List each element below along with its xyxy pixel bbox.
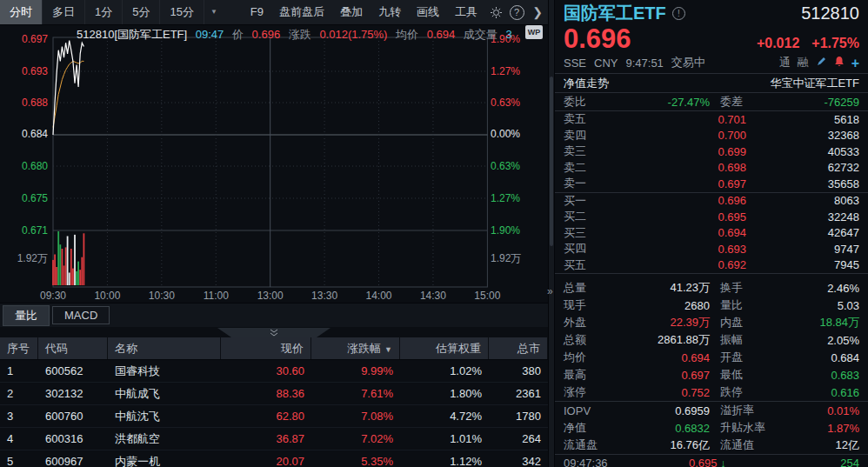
sort-desc-icon[interactable]: ▼: [384, 345, 392, 354]
column-header[interactable]: 估算权重: [400, 337, 489, 359]
scrollbar-thumb[interactable]: [550, 77, 553, 246]
level-label: 买五: [564, 257, 607, 273]
ask-row[interactable]: 卖一0.69735658: [555, 176, 868, 192]
chart-symbol: 512810[国防军工ETF]: [77, 28, 187, 41]
table-row[interactable]: 5600967内蒙一机20.075.35%1.12%342: [0, 450, 548, 467]
stat-label: 内盘: [710, 315, 791, 330]
y-axis-label: 0.684: [0, 128, 48, 140]
fund-full-name: 华宝中证军工ETF: [770, 76, 859, 91]
tick-row: 09:47:36 0.695 ↓ 254: [555, 454, 868, 467]
stat-row: 总量41.23万换手2.46%: [555, 279, 868, 297]
toolbar-buttons: F9盘前盘后叠加九转画线工具: [243, 0, 485, 24]
settings-gear-icon[interactable]: [485, 0, 506, 24]
toolbar-button[interactable]: 工具: [447, 0, 485, 24]
intraday-chart[interactable]: 512810[国防军工ETF] 09:47 价 0.696 涨跌 0.012(1…: [0, 24, 548, 303]
cell-weight: 1.80%: [400, 387, 489, 400]
collapse-handle[interactable]: [217, 328, 331, 337]
bid-row[interactable]: 买三0.69442647: [555, 225, 868, 242]
column-header[interactable]: 序号: [0, 337, 38, 359]
table-row[interactable]: 2302132中航成飞88.367.61%1.80%2361: [0, 383, 548, 405]
tick-volume: 254: [807, 457, 859, 467]
panel-splitter[interactable]: »: [548, 0, 555, 467]
price-value: 0.696: [252, 28, 281, 41]
plus-icon[interactable]: +: [851, 57, 859, 69]
chevron-right-icon[interactable]: ❯: [527, 0, 548, 24]
bid-row[interactable]: 买四0.6939747: [555, 241, 868, 257]
level-volume: 9747: [746, 243, 859, 256]
etf-stat-row: 净值0.6832升贴水率1.87%: [555, 419, 868, 437]
pencil-icon[interactable]: [816, 56, 827, 70]
ask-row[interactable]: 卖三0.69940533: [555, 143, 868, 160]
cell-price: 30.60: [221, 364, 311, 377]
stat-label: IOPV: [564, 404, 614, 417]
period-tab[interactable]: 5分: [123, 0, 160, 24]
wp-widget-badge[interactable]: WP: [525, 25, 543, 39]
y-axis-label: 0.693: [0, 65, 48, 77]
stat-value: 41.23万: [614, 280, 710, 296]
chart-canvas[interactable]: [0, 24, 548, 303]
y-axis-label: 0.680: [0, 160, 48, 172]
indicator-tab[interactable]: 量比: [3, 305, 50, 326]
etf-stats: IOPV0.6959溢折率0.01%净值0.6832升贴水率1.87%流通盘16…: [555, 402, 868, 454]
stat-value: 0.694: [614, 351, 710, 364]
etf-stat-row: IOPV0.6959溢折率0.01%: [555, 402, 868, 419]
stat-label: 溢折率: [710, 403, 791, 418]
stat-label: 最低: [710, 367, 791, 383]
change-pct: +1.75%: [811, 36, 859, 50]
stat-value: 22.39万: [614, 315, 710, 330]
currency-label: CNY: [594, 57, 618, 70]
stat-row: 涨停0.752跌停0.616: [555, 384, 868, 401]
toolbar-button[interactable]: 画线: [409, 0, 447, 24]
cell-name: 洪都航空: [108, 431, 221, 447]
pct-axis-label: 0.63%: [491, 97, 546, 109]
level-price: 0.694: [607, 226, 746, 239]
tick-price-value: 0.695: [689, 457, 718, 467]
nav-trend-row[interactable]: 净值走势 华宝中证军工ETF: [555, 73, 868, 93]
help-icon[interactable]: ?: [506, 0, 527, 24]
ask-row[interactable]: 卖二0.69862732: [555, 160, 868, 177]
pct-axis-label: 0.63%: [491, 160, 546, 172]
column-header[interactable]: 总市: [489, 337, 548, 359]
level-price: 0.701: [607, 113, 746, 126]
period-tab[interactable]: 15分: [160, 0, 204, 24]
stat-label: 总额: [564, 332, 614, 348]
column-header[interactable]: 代码: [38, 337, 108, 359]
column-header[interactable]: 现价: [221, 337, 311, 359]
bid-row[interactable]: 买二0.69532248: [555, 209, 868, 225]
column-header[interactable]: 名称: [108, 337, 221, 359]
toolbar-button[interactable]: 九转: [371, 0, 409, 24]
cell-weight: 1.02%: [400, 364, 489, 377]
cell-name: 内蒙一机: [108, 454, 221, 467]
column-header[interactable]: 涨跌幅▼: [311, 337, 400, 359]
table-row[interactable]: 4600316洪都航空36.877.02%1.01%264: [0, 428, 548, 450]
stat-value: 2.46%: [791, 282, 859, 295]
cell-code: 600760: [38, 410, 108, 423]
stat-label: 外盘: [564, 315, 614, 330]
bell-icon[interactable]: [834, 56, 845, 70]
ask-row[interactable]: 卖四0.70032368: [555, 128, 868, 144]
toolbar-button[interactable]: F9: [243, 0, 271, 24]
toolbar-button[interactable]: 盘前盘后: [271, 0, 332, 24]
arrow-down-icon: ↓: [720, 457, 726, 467]
period-tab[interactable]: 多日: [43, 0, 85, 24]
stat-value: 1.87%: [791, 422, 859, 435]
cell-price: 20.07: [221, 455, 311, 467]
bid-row[interactable]: 买五0.6927945: [555, 257, 868, 274]
period-tab[interactable]: 1分: [85, 0, 123, 24]
period-tab[interactable]: 分时: [0, 0, 43, 24]
stat-label: 跌停: [710, 384, 791, 400]
table-row[interactable]: 3600760中航沈飞62.807.08%4.72%1780: [0, 405, 548, 428]
chart-header: 512810[国防军工ETF] 09:47 价 0.696 涨跌 0.012(1…: [77, 27, 517, 43]
cell-weight: 4.72%: [400, 410, 489, 423]
indicator-tab[interactable]: MACD: [52, 306, 110, 324]
info-icon[interactable]: !: [672, 7, 685, 20]
table-row[interactable]: 1600562国睿科技30.609.99%1.02%380: [0, 360, 548, 383]
ask-row[interactable]: 卖五0.7015618: [555, 111, 868, 128]
bid-row[interactable]: 买一0.6968063: [555, 193, 868, 210]
level-volume: 35658: [746, 177, 859, 190]
toolbar-button[interactable]: 叠加: [332, 0, 371, 24]
period-dropdown-caret-icon[interactable]: ▼: [204, 0, 224, 24]
cell-name: 国睿科技: [108, 364, 221, 379]
level-label: 卖一: [564, 176, 607, 191]
panel-expand-icon[interactable]: »: [547, 285, 553, 297]
